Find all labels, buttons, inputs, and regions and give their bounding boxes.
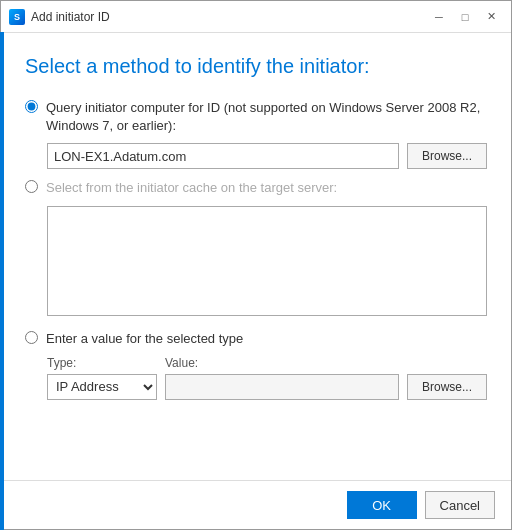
close-button[interactable]: ✕ [479, 7, 503, 27]
maximize-button[interactable]: □ [453, 7, 477, 27]
radio1-input[interactable] [25, 100, 38, 113]
type-value-labels: Type: Value: [47, 356, 487, 370]
titlebar: S Add initiator ID ─ □ ✕ [1, 1, 511, 33]
radio2-label[interactable]: Select from the initiator cache on the t… [46, 179, 337, 197]
browse2-button[interactable]: Browse... [407, 374, 487, 400]
value-label: Value: [165, 356, 198, 370]
app-icon: S [9, 9, 25, 25]
ok-button[interactable]: OK [347, 491, 417, 519]
radio1-row: Query initiator computer for ID (not sup… [25, 99, 487, 135]
type-select[interactable]: IP Address IQN MAC Address [47, 374, 157, 400]
minimize-button[interactable]: ─ [427, 7, 451, 27]
radio1-label[interactable]: Query initiator computer for ID (not sup… [46, 99, 487, 135]
browse1-button[interactable]: Browse... [407, 143, 487, 169]
dialog-content: Select a method to identify the initiato… [1, 33, 511, 480]
type-value-section: Type: Value: IP Address IQN MAC Address … [25, 356, 487, 400]
radio3-input[interactable] [25, 331, 38, 344]
type-value-inputs: IP Address IQN MAC Address Browse... [47, 374, 487, 400]
value-text-input[interactable] [165, 374, 399, 400]
cancel-button[interactable]: Cancel [425, 491, 495, 519]
dialog-heading: Select a method to identify the initiato… [25, 53, 487, 79]
window-title: Add initiator ID [31, 10, 110, 24]
radio2-input[interactable] [25, 180, 38, 193]
window-controls: ─ □ ✕ [427, 7, 503, 27]
initiator-cache-listbox[interactable] [47, 206, 487, 316]
dialog-footer: OK Cancel [1, 480, 511, 529]
radio2-row: Select from the initiator cache on the t… [25, 179, 487, 197]
radio3-label[interactable]: Enter a value for the selected type [46, 330, 243, 348]
query-input-row: Browse... [47, 143, 487, 169]
type-label: Type: [47, 356, 157, 370]
radio3-row: Enter a value for the selected type [25, 330, 487, 348]
accent-bar [0, 32, 4, 530]
query-text-input[interactable] [47, 143, 399, 169]
